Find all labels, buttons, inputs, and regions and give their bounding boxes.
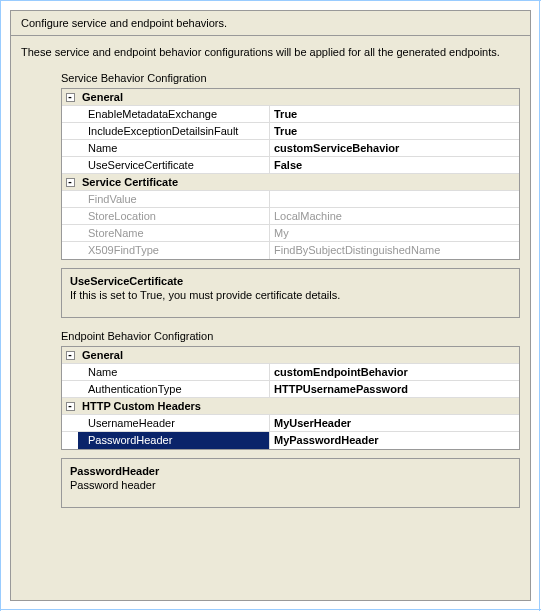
property-value[interactable]: True (270, 123, 519, 139)
property-row: StoreName My (62, 225, 519, 242)
collapse-icon[interactable]: - (66, 178, 75, 187)
service-behavior-grid: - General EnableMetadataExchange True In… (61, 88, 520, 260)
category-label: General (78, 89, 270, 105)
property-name: X509FindType (78, 242, 270, 259)
collapse-icon[interactable]: - (66, 402, 75, 411)
property-name: IncludeExceptionDetailsinFault (78, 123, 270, 139)
property-row[interactable]: Name customServiceBehavior (62, 140, 519, 157)
category-label: Service Certificate (78, 174, 270, 190)
property-row[interactable]: Name customEndpointBehavior (62, 364, 519, 381)
description-title: UseServiceCertificate (70, 275, 511, 287)
property-value[interactable]: True (270, 106, 519, 122)
property-value (270, 191, 519, 207)
config-panel: Configure service and endpoint behaviors… (10, 10, 531, 601)
property-name: FindValue (78, 191, 270, 207)
category-row[interactable]: - General (62, 89, 519, 106)
property-name: StoreLocation (78, 208, 270, 224)
property-row[interactable]: AuthenticationType HTTPUsernamePassword (62, 381, 519, 398)
endpoint-description-box: PasswordHeader Password header (61, 458, 520, 508)
property-row: StoreLocation LocalMachine (62, 208, 519, 225)
property-name: PasswordHeader (78, 432, 270, 449)
property-value: FindBySubjectDistinguishedName (270, 242, 519, 259)
endpoint-behavior-title: Endpoint Behavior Configration (61, 330, 520, 342)
property-value[interactable]: HTTPUsernamePassword (270, 381, 519, 397)
property-row[interactable]: EnableMetadataExchange True (62, 106, 519, 123)
category-row[interactable]: - HTTP Custom Headers (62, 398, 519, 415)
property-value[interactable]: customServiceBehavior (270, 140, 519, 156)
property-value[interactable]: MyUserHeader (270, 415, 519, 431)
property-row: FindValue (62, 191, 519, 208)
service-behavior-title: Service Behavior Configration (61, 72, 520, 84)
description-text: Password header (70, 479, 511, 491)
property-name: StoreName (78, 225, 270, 241)
description-title: PasswordHeader (70, 465, 511, 477)
property-name: EnableMetadataExchange (78, 106, 270, 122)
property-value: My (270, 225, 519, 241)
property-name: Name (78, 364, 270, 380)
property-name: Name (78, 140, 270, 156)
property-value: LocalMachine (270, 208, 519, 224)
panel-title: Configure service and endpoint behaviors… (11, 11, 530, 36)
property-name: UsernameHeader (78, 415, 270, 431)
category-row[interactable]: - Service Certificate (62, 174, 519, 191)
category-row[interactable]: - General (62, 347, 519, 364)
property-name: UseServiceCertificate (78, 157, 270, 173)
property-row[interactable]: IncludeExceptionDetailsinFault True (62, 123, 519, 140)
property-value[interactable]: MyPasswordHeader (270, 432, 519, 449)
collapse-icon[interactable]: - (66, 93, 75, 102)
endpoint-behavior-grid: - General Name customEndpointBehavior Au… (61, 346, 520, 450)
property-value[interactable]: False (270, 157, 519, 173)
property-row[interactable]: UseServiceCertificate False (62, 157, 519, 174)
category-label: HTTP Custom Headers (78, 398, 270, 414)
property-row[interactable]: PasswordHeader MyPasswordHeader (62, 432, 519, 449)
property-row: X509FindType FindBySubjectDistinguishedN… (62, 242, 519, 259)
property-value[interactable]: customEndpointBehavior (270, 364, 519, 380)
category-label: General (78, 347, 270, 363)
collapse-icon[interactable]: - (66, 351, 75, 360)
intro-text: These service and endpoint behavior conf… (11, 36, 530, 62)
description-text: If this is set to True, you must provide… (70, 289, 511, 301)
property-name: AuthenticationType (78, 381, 270, 397)
service-description-box: UseServiceCertificate If this is set to … (61, 268, 520, 318)
service-behavior-section: Service Behavior Configration - General … (11, 62, 530, 526)
property-row[interactable]: UsernameHeader MyUserHeader (62, 415, 519, 432)
